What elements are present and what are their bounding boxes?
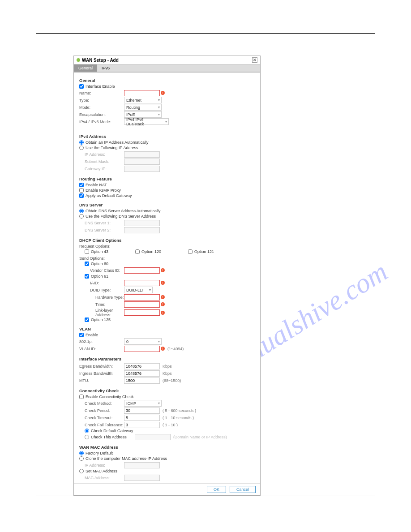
section-conn: Connectivity Check [79,388,255,393]
ll-input[interactable] [124,309,160,316]
opt61-checkbox[interactable] [85,274,89,279]
ipv4-auto-label: Obtain an IP Address Automatically [86,140,148,145]
time-input[interactable] [124,301,160,308]
vlanid-input[interactable] [124,346,160,352]
vlanid-label: VLAN ID: [79,347,124,351]
8021p-label: 802.1p: [79,339,124,344]
titlebar: WAN Setup - Add ✕ [74,56,260,64]
mac-clone-radio[interactable] [79,456,84,461]
method-select[interactable]: ICMP [124,400,162,407]
mac-set-radio[interactable] [79,469,84,473]
8021p-select[interactable]: 0 [124,338,162,345]
hw-label: Hardware Type: [79,295,124,300]
check-defgw-label: Check Default Gateway [91,429,133,433]
ll-label: Link-layer Address: [79,308,124,317]
timeout-input[interactable] [124,415,160,421]
cancel-button[interactable]: Cancel [230,486,256,493]
mac-factory-radio[interactable] [79,451,84,455]
opt120-checkbox[interactable] [135,249,140,254]
kbps-label: Kbps [163,371,172,376]
igmp-checkbox[interactable] [79,188,84,193]
opt43-checkbox[interactable] [85,249,89,254]
content: General Interface Enable Name:! Type:Eth… [74,73,260,483]
duid-select[interactable]: DUID-LLT [124,287,153,293]
iaid-label: IAID: [79,281,124,285]
error-icon: ! [161,347,165,351]
wan-setup-dialog: WAN Setup - Add ✕ General IPv6 General I… [73,56,261,496]
period-label: Check Period: [79,408,124,413]
error-icon: ! [161,268,165,272]
section-routing: Routing Feature [79,176,255,181]
nat-checkbox[interactable] [79,183,84,187]
timeout-range: ( 1 - 10 seconds ) [163,416,194,420]
dns1-input [124,220,160,226]
hw-input[interactable] [124,294,160,300]
defgw-checkbox[interactable] [79,193,84,198]
duid-label: DUID Type: [79,288,124,292]
mtu-label: MTU: [79,378,124,383]
dns-auto-label: Obtain DNS Server Address Automatically [86,209,161,213]
opt125-checkbox[interactable] [85,317,89,322]
mode-label: Mode: [79,105,124,110]
ip-label: IP Address: [79,152,124,157]
opt60-checkbox[interactable] [85,262,89,266]
check-thisaddr-label: Check This Address [91,435,127,439]
mac-set-label: Set MAC Address [86,469,117,473]
dialog-title: WAN Setup - Add [82,58,119,63]
tab-ipv6[interactable]: IPv6 [97,64,114,72]
vendor-input[interactable] [124,267,160,274]
check-defgw-radio[interactable] [85,429,89,433]
opt61-label: Option 61 [91,274,108,279]
close-icon[interactable]: ✕ [252,57,257,63]
mtu-range: (68~1500) [163,378,181,383]
mode-select[interactable]: Routing [124,104,162,111]
section-general: General [79,78,255,83]
ipmode-select[interactable]: IPv4 IPv6 Dualstack [124,118,169,125]
mac-ip-input [124,462,160,468]
conn-enable-checkbox[interactable] [79,395,84,399]
opt43-label: Option 43 [91,249,108,254]
opt120-label: Option 120 [141,249,161,254]
fail-input[interactable] [124,422,160,428]
ipv4-manual-radio[interactable] [79,146,84,150]
dns-manual-radio[interactable] [79,214,84,219]
subnet-input [124,159,160,165]
gw-label: Gateway IP: [79,167,124,171]
interface-enable-checkbox[interactable] [79,84,84,89]
type-select[interactable]: Ethernet [124,97,162,103]
mac-addr-input [124,475,160,481]
tab-general[interactable]: General [74,64,97,72]
section-dns: DNS Server [79,202,255,207]
opt125-label: Option 125 [91,317,111,322]
dns2-input [124,227,160,233]
section-dhcp: DHCP Client Options [79,238,255,243]
dns2-label: DNS Server 2: [79,228,124,232]
section-ifparams: Interface Parameters [79,356,255,361]
opt121-checkbox[interactable] [188,249,193,254]
ipv4-auto-radio[interactable] [79,140,84,145]
igmp-label: Enable IGMP Proxy [86,188,121,193]
iaid-input[interactable] [124,280,160,286]
mtu-input[interactable] [124,378,160,384]
ingress-input[interactable] [124,370,160,377]
section-vlan: VLAN [79,326,255,331]
name-input[interactable] [124,90,160,96]
section-ipv4: IPv4 Address [79,134,255,139]
egress-input[interactable] [124,363,160,369]
period-input[interactable] [124,408,160,414]
check-thisaddr-radio[interactable] [85,435,89,439]
dns-auto-radio[interactable] [79,209,84,213]
ok-button[interactable]: OK [207,486,226,493]
mac-clone-label: Clone the computer MAC address-IP Addres… [86,456,167,461]
ipv4-manual-label: Use the Following IP Address [86,146,138,150]
type-label: Type: [79,98,124,103]
opt60-label: Option 60 [91,262,108,266]
status-dot-icon [77,58,80,62]
tabbar: General IPv6 [74,64,260,73]
nat-label: Enable NAT [86,183,107,187]
error-icon: ! [161,302,165,306]
gw-input [124,166,160,172]
vlan-enable-checkbox[interactable] [79,333,84,337]
subnet-label: Subnet Mask: [79,159,124,164]
mac-ip-label: IP Address: [79,463,124,468]
